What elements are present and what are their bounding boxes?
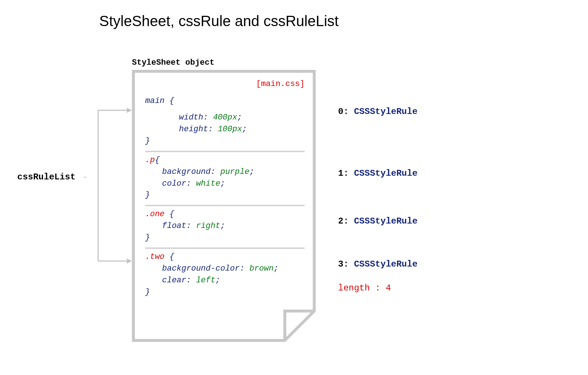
css-selector: .p [145,156,155,165]
css-property: color [162,179,186,188]
stylesheet-content: [main.css] main { width: 400px;height: 1… [135,73,313,339]
rule-type: CSSStyleRule [354,168,417,178]
css-selector: .one [145,210,165,219]
css-selector: .two [145,252,165,261]
css-value: brown [250,264,274,273]
css-value: right [196,221,220,231]
open-brace: { [165,252,174,261]
css-property: clear [162,276,186,285]
css-value: purple [220,167,249,176]
open-brace: { [165,96,174,106]
css-rule-block: .one {float: right;} [145,206,305,249]
rule-annotation: 3: CSSStyleRule [338,259,417,269]
rule-index: 2 [338,216,343,226]
css-property: height [179,125,208,134]
open-brace: { [155,156,159,165]
stylesheet-document: [main.css] main { width: 400px;height: 1… [132,70,316,342]
rule-annotation: 1: CSSStyleRule [338,168,417,178]
css-property: background-color [162,264,240,273]
css-selector: main [145,96,165,106]
length-label: length : 4 [338,283,391,293]
css-value: 400px [213,113,237,122]
filename-label: [main.css] [145,79,305,89]
rule-type: CSSStyleRule [354,107,417,117]
css-rule-block: .p{background: purple;color: white;} [145,152,305,207]
bracket-arrows-icon [94,99,132,272]
close-brace: } [145,288,150,297]
rule-index: 0 [338,107,343,117]
open-brace: { [165,210,174,219]
rule-index: 3 [338,259,343,269]
css-property: float [162,221,186,231]
css-rule-block: main { width: 400px;height: 100px;} [145,93,305,152]
cssrulelist-label: cssRuleList [17,172,75,182]
rule-annotation: 0: CSSStyleRule [338,107,417,117]
rule-type: CSSStyleRule [354,259,417,269]
close-brace: } [145,190,150,200]
css-rule-block: .two {background-color: brown;clear: lef… [145,249,305,302]
rule-type: CSSStyleRule [354,216,417,226]
page-title: StyleSheet, cssRule and cssRuleList [99,13,338,29]
css-property: background [162,167,211,176]
css-value: white [196,179,220,188]
rule-index: 1 [338,168,343,178]
stylesheet-object-label: StyleSheet object [132,58,214,67]
rule-annotation: 2: CSSStyleRule [338,216,417,226]
close-brace: } [145,136,150,146]
css-property: width [179,113,203,122]
arrow-right-icon [76,177,94,178]
css-value: 100px [218,125,242,134]
css-value: left [196,276,215,285]
close-brace: } [145,233,150,242]
